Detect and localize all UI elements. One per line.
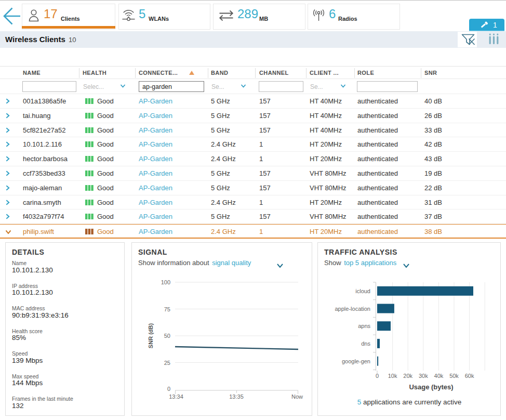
svg-text:50k: 50k [449,373,459,379]
svg-text:20k: 20k [403,373,412,379]
svg-text:13:35: 13:35 [229,393,244,400]
svg-text:0: 0 [167,386,170,392]
svg-text:10k: 10k [388,373,397,379]
svg-text:60k: 60k [465,373,474,379]
svg-text:Usage (bytes): Usage (bytes) [409,383,453,391]
svg-text:50: 50 [164,333,170,339]
svg-text:100: 100 [161,279,170,285]
svg-text:30k: 30k [419,373,428,379]
svg-text:40k: 40k [434,373,444,379]
svg-text:apns: apns [358,323,370,329]
svg-text:0: 0 [376,373,379,379]
svg-text:google-gen: google-gen [342,358,370,364]
svg-text:apple-location: apple-location [335,306,371,312]
svg-text:Now: Now [291,393,303,400]
svg-text:75: 75 [164,306,170,312]
svg-text:5 applications are currently a: 5 applications are currently active [357,398,461,406]
svg-text:SNR (dB): SNR (dB) [148,323,154,349]
svg-text:13:34: 13:34 [169,393,183,400]
svg-text:25: 25 [164,360,170,366]
svg-text:icloud: icloud [355,288,370,294]
svg-text:dns: dns [361,340,370,347]
